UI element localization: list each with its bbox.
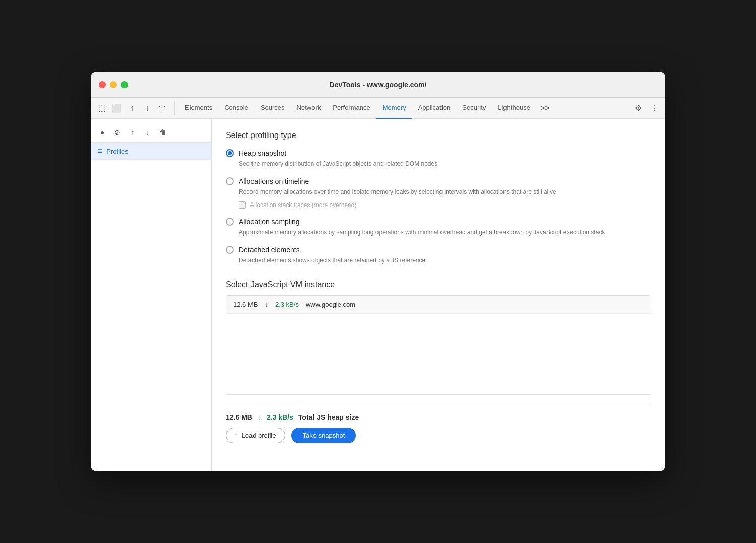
toolbar-right: ⚙ ⋮ bbox=[631, 101, 661, 115]
allocations-timeline-desc: Record memory allocations over time and … bbox=[239, 187, 651, 196]
option-detached-elements: Detached elements Detached elements show… bbox=[226, 246, 651, 265]
nav-toolbar: ⬚ ⬜ ↑ ↓ 🗑 Elements Console Sources Netwo… bbox=[91, 98, 665, 119]
upload-icon[interactable]: ↑ bbox=[126, 126, 139, 139]
cursor-icon[interactable]: ⬚ bbox=[95, 101, 109, 115]
footer-mb: 12.6 MB bbox=[226, 413, 253, 421]
tab-lighthouse[interactable]: Lighthouse bbox=[492, 98, 536, 119]
minimize-button[interactable] bbox=[110, 81, 117, 88]
titlebar-buttons bbox=[99, 81, 128, 88]
heap-snapshot-label: Heap snapshot bbox=[239, 149, 286, 157]
radio-heap-snapshot[interactable] bbox=[226, 149, 234, 157]
vm-url: www.google.com bbox=[306, 301, 355, 308]
option-allocations-timeline: Allocations on timeline Record memory al… bbox=[226, 177, 651, 209]
toolbar-icons: ⬚ ⬜ ↑ ↓ 🗑 bbox=[95, 101, 175, 115]
tab-console[interactable]: Console bbox=[218, 98, 255, 119]
radio-allocations-timeline[interactable] bbox=[226, 177, 234, 185]
close-button[interactable] bbox=[99, 81, 106, 88]
allocation-sampling-desc: Approximate memory allocations by sampli… bbox=[239, 228, 651, 237]
record-icon[interactable]: ● bbox=[96, 126, 109, 139]
content-area: ● ⊘ ↑ ↓ 🗑 ≡ Profiles Select profiling ty… bbox=[91, 119, 665, 471]
export-icon[interactable]: ↑ bbox=[125, 101, 139, 115]
option-detached-label-row: Detached elements bbox=[226, 246, 651, 254]
sidebar: ● ⊘ ↑ ↓ 🗑 ≡ Profiles bbox=[91, 119, 212, 471]
detached-elements-label: Detached elements bbox=[239, 246, 300, 254]
tab-security[interactable]: Security bbox=[456, 98, 492, 119]
option-heap-snapshot: Heap snapshot See the memory distributio… bbox=[226, 149, 651, 168]
sidebar-toolbar: ● ⊘ ↑ ↓ 🗑 bbox=[91, 123, 211, 143]
menu-icon[interactable]: ⋮ bbox=[647, 101, 661, 115]
load-profile-label: Load profile bbox=[242, 432, 276, 439]
sidebar-item-label: Profiles bbox=[106, 148, 128, 155]
titlebar: DevTools - www.google.com/ bbox=[91, 72, 665, 98]
download-icon[interactable]: ↓ bbox=[141, 126, 154, 139]
tab-elements[interactable]: Elements bbox=[179, 98, 218, 119]
profiles-icon: ≡ bbox=[98, 147, 102, 156]
footer-arrow-icon: ↓ bbox=[258, 413, 262, 422]
nav-tabs: Elements Console Sources Network Perform… bbox=[179, 98, 630, 119]
tab-application[interactable]: Application bbox=[412, 98, 457, 119]
devtools-window: DevTools - www.google.com/ ⬚ ⬜ ↑ ↓ 🗑 Ele… bbox=[91, 72, 665, 471]
load-profile-button[interactable]: ↑ Load profile bbox=[226, 428, 285, 443]
vm-instance-row[interactable]: 12.6 MB ↓ 2.3 kB/s www.google.com bbox=[226, 296, 651, 314]
vm-empty-area bbox=[226, 314, 651, 394]
vm-table: 12.6 MB ↓ 2.3 kB/s www.google.com bbox=[226, 295, 651, 395]
tab-performance[interactable]: Performance bbox=[327, 98, 376, 119]
footer-actions: ↑ Load profile Take snapshot bbox=[226, 428, 651, 443]
tab-network[interactable]: Network bbox=[291, 98, 327, 119]
option-heap-label-row: Heap snapshot bbox=[226, 149, 651, 157]
radio-detached-elements[interactable] bbox=[226, 246, 234, 254]
vm-arrow-icon: ↓ bbox=[265, 301, 268, 308]
option-alloc-label-row: Allocations on timeline bbox=[226, 177, 651, 185]
window-title: DevTools - www.google.com/ bbox=[330, 81, 427, 89]
element-picker-icon[interactable]: ⬜ bbox=[110, 101, 124, 115]
stop-icon[interactable]: ⊘ bbox=[111, 126, 124, 139]
allocations-timeline-label: Allocations on timeline bbox=[239, 177, 309, 185]
allocation-stack-traces-label: Allocation stack traces (more overhead) bbox=[250, 201, 356, 209]
take-snapshot-button[interactable]: Take snapshot bbox=[291, 428, 356, 443]
vm-section-title: Select JavaScript VM instance bbox=[226, 280, 651, 289]
upload-icon: ↑ bbox=[235, 432, 239, 439]
detached-elements-desc: Detached elements shows objects that are… bbox=[239, 256, 651, 265]
option-allocation-sampling: Allocation sampling Approximate memory a… bbox=[226, 218, 651, 237]
maximize-button[interactable] bbox=[121, 81, 128, 88]
footer: 12.6 MB ↓ 2.3 kB/s Total JS heap size ↑ … bbox=[226, 405, 651, 447]
import-icon[interactable]: ↓ bbox=[140, 101, 154, 115]
tab-memory[interactable]: Memory bbox=[376, 98, 412, 119]
settings-icon[interactable]: ⚙ bbox=[631, 101, 645, 115]
footer-heap-label: Total JS heap size bbox=[298, 413, 359, 421]
allocation-stack-traces-checkbox[interactable] bbox=[239, 201, 246, 209]
profiling-type-title: Select profiling type bbox=[226, 131, 651, 140]
more-tabs-button[interactable]: >> bbox=[536, 104, 554, 113]
clear-icon[interactable]: 🗑 bbox=[155, 101, 169, 115]
profiling-options: Heap snapshot See the memory distributio… bbox=[226, 149, 651, 265]
radio-allocation-sampling[interactable] bbox=[226, 218, 234, 226]
vm-speed: 2.3 kB/s bbox=[275, 301, 299, 308]
tab-sources[interactable]: Sources bbox=[255, 98, 291, 119]
footer-stats: 12.6 MB ↓ 2.3 kB/s Total JS heap size bbox=[226, 413, 651, 422]
sidebar-item-profiles[interactable]: ≡ Profiles bbox=[91, 143, 211, 160]
checkbox-row: Allocation stack traces (more overhead) bbox=[239, 201, 651, 209]
trash-icon[interactable]: 🗑 bbox=[156, 126, 169, 139]
main-content: Select profiling type Heap snapshot See … bbox=[212, 119, 665, 471]
heap-snapshot-desc: See the memory distribution of JavaScrip… bbox=[239, 159, 651, 168]
vm-mb: 12.6 MB bbox=[233, 301, 258, 308]
allocation-sampling-label: Allocation sampling bbox=[239, 218, 300, 226]
option-sampling-label-row: Allocation sampling bbox=[226, 218, 651, 226]
footer-speed: 2.3 kB/s bbox=[267, 413, 293, 421]
